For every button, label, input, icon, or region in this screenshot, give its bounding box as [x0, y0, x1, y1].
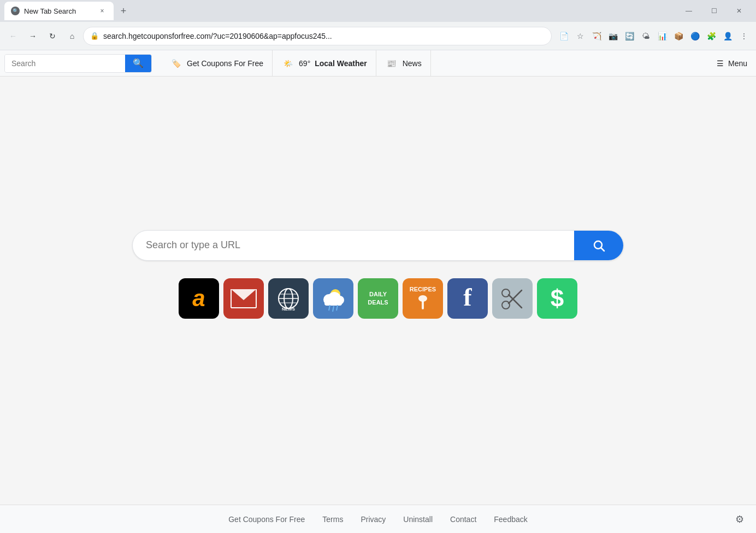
weather-icon: 🌤️: [281, 57, 294, 70]
shortcut-amazon[interactable]: a: [179, 278, 219, 319]
shortcut-recipes[interactable]: RECIPES: [403, 278, 443, 319]
tab-title: New Tab Search: [24, 7, 93, 15]
get-coupons-icon: 🏷️: [169, 57, 182, 70]
shortcut-facebook[interactable]: f: [447, 278, 488, 319]
center-search-bar[interactable]: [132, 230, 624, 261]
extension-icon-8[interactable]: 🧩: [704, 28, 719, 44]
shortcut-scissors[interactable]: [492, 278, 533, 319]
address-text: search.hgetcouponsforfree.com/?uc=201906…: [103, 32, 545, 40]
menu-lines-icon: ☰: [717, 59, 724, 68]
title-bar: 🔍 New Tab Search × + — ☐ ✕: [0, 0, 756, 22]
center-search-button[interactable]: [574, 230, 623, 261]
toolbar-search-icon: 🔍: [133, 58, 144, 68]
maximize-button[interactable]: ☐: [701, 0, 727, 22]
news-link[interactable]: 📰 News: [376, 50, 431, 77]
extension-icon-6[interactable]: 📦: [671, 28, 686, 44]
nav-bar: ← → ↻ ⌂ 🔒 search.hgetcouponsforfree.com/…: [0, 22, 756, 50]
svg-rect-24: [422, 301, 424, 309]
gmail-icon: [230, 288, 257, 309]
profile-icon[interactable]: 👤: [720, 28, 735, 44]
extension-icon-3[interactable]: 🔄: [622, 28, 637, 44]
back-button[interactable]: ←: [4, 27, 22, 45]
close-button[interactable]: ✕: [727, 0, 752, 22]
toolbar-search-input[interactable]: [5, 54, 125, 73]
toolbar-search-button[interactable]: 🔍: [125, 54, 151, 73]
reload-button[interactable]: ↻: [44, 27, 61, 45]
spoon-icon: [415, 294, 431, 311]
menu-label: Menu: [728, 59, 747, 68]
new-tab-button[interactable]: +: [116, 3, 131, 19]
weather-temp: 69°: [299, 59, 310, 68]
tab-close-button[interactable]: ×: [97, 6, 107, 16]
shortcut-weather[interactable]: [313, 278, 353, 319]
svg-point-26: [502, 301, 510, 309]
bookmark-icon[interactable]: ☆: [572, 28, 588, 44]
browser-tab[interactable]: 🔍 New Tab Search ×: [4, 2, 114, 20]
search-icon: [592, 239, 605, 252]
extension-icon-1[interactable]: 🏹: [589, 28, 604, 44]
local-weather-link[interactable]: 🌤️ 69° Local Weather: [273, 50, 376, 77]
shortcut-dollar[interactable]: $: [537, 278, 577, 319]
extension-icon-5[interactable]: 📊: [654, 28, 670, 44]
menu-dots-icon[interactable]: ⋮: [736, 28, 752, 44]
shortcut-gmail[interactable]: [223, 278, 264, 319]
svg-point-25: [502, 289, 510, 297]
extension-icon-4[interactable]: 🌤: [638, 28, 653, 44]
forward-button[interactable]: →: [24, 27, 42, 45]
extension-icon-7[interactable]: 🔵: [687, 28, 702, 44]
shortcut-daily-deals[interactable]: DAILYDEALS: [358, 278, 398, 319]
svg-line-1: [601, 248, 605, 251]
extension-icon-2[interactable]: 📷: [605, 28, 621, 44]
news-label: News: [403, 59, 422, 68]
tab-favicon: 🔍: [11, 7, 20, 15]
svg-text:NEWS: NEWS: [282, 307, 296, 312]
toolbar: 🔍 🏷️ Get Coupons For Free 🌤️ 69° Local W…: [0, 50, 756, 77]
minimize-button[interactable]: —: [676, 0, 701, 22]
nav-icons: 📄 ☆ 🏹 📷 🔄 🌤 📊 📦 🔵 🧩 👤 ⋮: [556, 28, 752, 44]
weather-label: Local Weather: [315, 59, 367, 68]
shortcut-news[interactable]: NEWS: [268, 278, 309, 319]
get-coupons-link[interactable]: 🏷️ Get Coupons For Free: [161, 50, 273, 77]
center-search-input[interactable]: [133, 230, 574, 261]
lock-icon: 🔒: [90, 32, 99, 40]
pdf-icon[interactable]: 📄: [556, 28, 571, 44]
address-bar[interactable]: 🔒 search.hgetcouponsforfree.com/?uc=2019…: [83, 27, 552, 45]
menu-button[interactable]: ☰ Menu: [708, 50, 756, 77]
toolbar-links: 🏷️ Get Coupons For Free 🌤️ 69° Local Wea…: [161, 50, 756, 77]
get-coupons-label: Get Coupons For Free: [187, 59, 263, 68]
news-icon: 📰: [385, 57, 398, 70]
shortcut-icons: a NEWS: [179, 278, 577, 319]
toolbar-search-bar[interactable]: 🔍: [4, 54, 152, 73]
window-controls: — ☐ ✕: [676, 0, 752, 22]
weather-icon: [318, 283, 349, 314]
home-button[interactable]: ⌂: [63, 27, 81, 45]
news-globe-icon: NEWS: [274, 284, 303, 313]
main-content: a NEWS: [0, 77, 756, 505]
svg-rect-19: [324, 301, 342, 306]
scissors-icon: [499, 285, 526, 312]
